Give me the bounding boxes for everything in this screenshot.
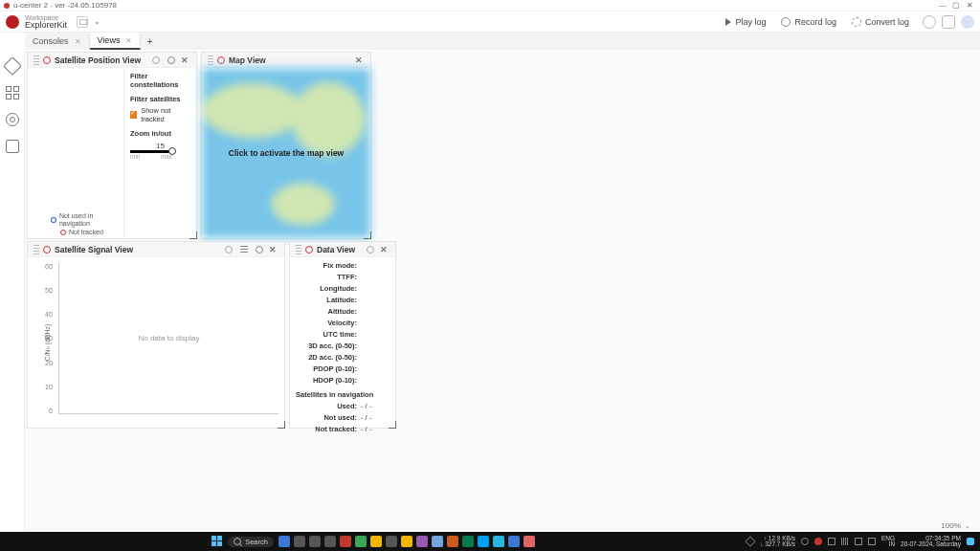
zoom-status[interactable]: 100% ⌄ [941,521,970,530]
panel-title-bar[interactable]: Satellite Signal View ✕ [28,242,284,257]
settings-icon[interactable] [942,15,955,29]
add-tab-button[interactable]: + [141,33,158,50]
drag-handle-icon[interactable] [33,245,39,254]
sidebar-briefcase-icon[interactable] [6,140,19,153]
chevron-down-icon[interactable]: ⌄ [94,17,100,26]
workspace-selector[interactable]: Workspace ExplorerKit [25,14,67,30]
avatar[interactable] [961,15,974,29]
taskbar-app-icon[interactable] [294,536,305,547]
language-indicator[interactable]: ENG IN [881,536,895,548]
taskbar-app-icon[interactable] [508,536,520,547]
legend-not-tracked: Not tracked [69,229,103,236]
tab-views[interactable]: Views ✕ [90,33,142,50]
legend-not-used: Not used in navigation [59,212,123,229]
drag-handle-icon[interactable] [208,55,213,65]
sidebar-chip-icon[interactable] [3,56,22,76]
folder-icon[interactable] [77,16,88,28]
close-panel-button[interactable]: ✕ [355,55,363,65]
sats-field-row: Used:- / - [296,402,390,410]
taskbar-app-icon[interactable] [416,536,428,547]
help-icon[interactable] [923,15,936,29]
taskbar-app-icon[interactable] [278,536,290,547]
taskbar-app-icon[interactable] [523,536,535,547]
field-key: 3D acc. (0-50): [296,342,361,350]
taskbar-app-icon[interactable] [493,536,504,547]
field-key: Latitude: [296,296,361,304]
field-value [361,364,390,373]
tray-icon[interactable] [828,538,835,545]
close-button[interactable]: ✕ [963,1,976,10]
map-area[interactable]: Click to activate the map view [202,68,370,238]
close-icon[interactable]: ✕ [125,36,132,45]
ytick: 10 [45,384,53,390]
battery-icon[interactable] [868,538,876,545]
resize-handle-icon[interactable] [189,231,197,239]
taskbar-app-icon[interactable] [462,536,474,547]
panel-title-bar[interactable]: Satellite Position View ✕ [28,53,196,68]
panel-title-bar[interactable]: Map View ✕ [202,53,370,68]
taskbar-search[interactable]: Search [228,537,274,547]
taskbar-app-icon[interactable] [447,536,458,547]
taskbar-app-icon[interactable] [478,536,489,547]
pin-icon[interactable] [152,56,160,64]
ytick: 60 [45,263,53,270]
zoom-slider[interactable]: 15 minmax [130,142,190,160]
volume-icon[interactable] [855,538,862,545]
show-not-tracked-checkbox[interactable]: Show not tracked [130,106,190,123]
taskbar-app-icon[interactable] [432,536,443,547]
tray-icon[interactable] [801,538,809,545]
start-button[interactable] [212,536,223,547]
record-log-button[interactable]: Record log [781,17,836,27]
taskbar-app-icon[interactable] [324,536,336,547]
status-indicator-icon [43,56,51,64]
resize-handle-icon[interactable] [278,421,285,429]
gear-icon[interactable] [256,246,263,253]
taskbar-clock[interactable]: 07:34:35 PM 20-07-2024, Saturday [901,536,961,548]
pin-icon[interactable] [225,246,233,253]
pin-icon[interactable] [367,246,374,253]
tray-icon[interactable] [814,538,822,545]
wifi-icon[interactable] [841,538,849,545]
legend-dot-icon [51,217,56,223]
play-log-label: Play log [735,17,766,27]
panel-title: Satellite Position View [55,55,141,65]
satpos-options: Filter constellations Filter satellites … [123,68,196,238]
drag-handle-icon[interactable] [296,245,301,254]
field-key: Fix mode: [296,261,361,270]
resize-handle-icon[interactable] [389,421,396,429]
clock-date: 20-07-2024, Saturday [901,541,961,548]
field-key: HDOP (0-10): [296,376,361,385]
taskbar-app-icon[interactable] [386,536,397,547]
tray-icon[interactable] [745,536,755,546]
taskbar-app-icon[interactable] [340,536,351,547]
sidebar-widgets-icon[interactable] [6,86,19,99]
field-key: Used: [296,402,361,410]
notifications-icon[interactable] [967,538,974,545]
close-panel-button[interactable]: ✕ [269,245,277,254]
taskbar-app-icon[interactable] [355,536,367,547]
resize-handle-icon[interactable] [364,231,371,239]
slider-thumb-icon[interactable] [168,147,176,155]
play-log-button[interactable]: Play log [725,17,766,27]
taskbar-app-icon[interactable] [401,536,412,547]
convert-log-button[interactable]: Convert log [852,17,909,27]
panel-title-bar[interactable]: Data View ✕ [290,242,395,257]
left-sidebar [0,50,25,532]
data-field-row: Latitude: [296,296,390,304]
sidebar-target-icon[interactable] [6,113,19,126]
field-key: PDOP (0-10): [296,364,361,373]
tab-consoles[interactable]: Consoles ✕ [25,33,90,50]
close-icon[interactable]: ✕ [75,37,81,46]
maximize-button[interactable]: ▢ [949,1,963,10]
gear-icon[interactable] [167,56,175,64]
close-panel-button[interactable]: ✕ [181,55,189,65]
y-axis-ticks: 60 50 40 30 20 10 0 [45,263,53,414]
taskbar-app-icon[interactable] [309,536,321,547]
list-icon[interactable] [240,246,248,253]
sats-section-header: Satellites in navigation [296,390,390,399]
minimize-button[interactable]: — [936,1,949,10]
ytick: 20 [45,360,53,366]
drag-handle-icon[interactable] [33,55,39,65]
taskbar-app-icon[interactable] [370,536,382,547]
close-panel-button[interactable]: ✕ [380,245,388,254]
